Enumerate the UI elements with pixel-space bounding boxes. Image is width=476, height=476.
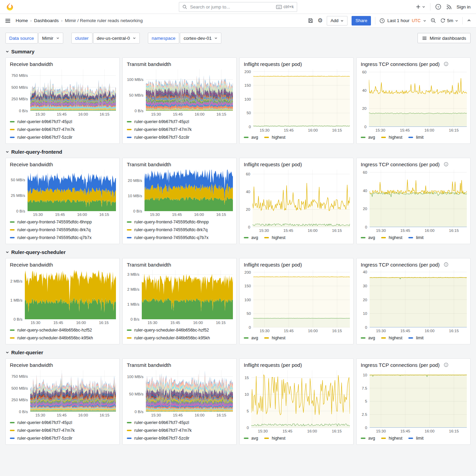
legend-item[interactable]: ruler-querier-b9b67fcf7-45pzl — [10, 118, 115, 125]
legend-item[interactable]: avg — [244, 235, 258, 240]
chart-canvas[interactable] — [370, 170, 467, 227]
legend-item[interactable]: avg — [361, 135, 375, 140]
legend-item[interactable]: limit — [408, 336, 423, 340]
legend-item[interactable]: avg — [361, 235, 375, 240]
legend-item[interactable]: highest — [381, 235, 402, 240]
legend-item[interactable]: highest — [381, 135, 402, 140]
panel-info-icon[interactable] — [444, 162, 448, 167]
panel-title[interactable]: Transmit bandwidth — [127, 262, 171, 268]
panel-title[interactable]: Inflight requests (per pod) — [244, 61, 302, 67]
legend-item[interactable]: avg — [244, 336, 258, 340]
legend-item[interactable]: ruler-query-frontend-745595dfdc-q7b7x — [10, 234, 115, 241]
chart-canvas[interactable] — [253, 69, 350, 127]
chart-canvas[interactable] — [369, 69, 467, 127]
legend-item[interactable]: highest — [264, 135, 285, 140]
legend-item[interactable]: ruler-querier-b9b67fcf7-5zc8r — [127, 133, 232, 141]
legend-item[interactable]: limit — [408, 235, 423, 240]
legend-item[interactable]: ruler-query-scheduler-846b656bc-hzf52 — [127, 326, 232, 334]
legend-item[interactable]: ruler-query-frontend-745595dfdc-6hnpp — [10, 218, 115, 226]
menu-hamburger-icon[interactable] — [5, 18, 11, 24]
zoom-out-icon[interactable] — [430, 18, 436, 23]
legend-item[interactable]: highest — [264, 235, 285, 240]
legend-item[interactable]: highest — [264, 436, 285, 441]
legend-item[interactable]: highest — [381, 336, 402, 340]
settings-gear-icon[interactable]: ⚙ — [318, 18, 323, 23]
chart-canvas[interactable] — [142, 270, 233, 319]
panel-title[interactable]: Transmit bandwidth — [127, 61, 171, 67]
legend-item[interactable]: ruler-querier-b9b67fcf7-47m7k — [127, 125, 232, 133]
legend-item[interactable]: ruler-query-scheduler-846b656bc-k95kh — [10, 334, 115, 342]
breadcrumb-item[interactable]: Home — [16, 18, 28, 23]
chart-canvas[interactable] — [251, 370, 350, 428]
chart-canvas[interactable] — [146, 370, 233, 412]
variable-label[interactable]: Data source — [5, 33, 38, 44]
legend-item[interactable]: avg — [361, 436, 375, 441]
share-button[interactable]: Share — [352, 16, 371, 26]
legend-item[interactable]: ruler-querier-b9b67fcf7-45pzl — [127, 419, 232, 426]
chart-canvas[interactable] — [370, 370, 467, 428]
legend-item[interactable]: ruler-querier-b9b67fcf7-5zc8r — [10, 133, 115, 141]
mimir-dashboards-button[interactable]: Mimir dashboards — [418, 33, 471, 43]
chart-canvas[interactable] — [253, 270, 350, 327]
variable-value-dropdown[interactable]: Mimir — [38, 33, 63, 44]
variable-value-dropdown[interactable]: cortex-dev-01 — [180, 33, 222, 44]
breadcrumb-item[interactable]: Dashboards — [34, 18, 59, 23]
variable-value-dropdown[interactable]: dev-us-central-0 — [93, 33, 140, 44]
legend-item[interactable]: limit — [408, 436, 423, 441]
panel-info-icon[interactable] — [444, 62, 448, 66]
chart-canvas[interactable] — [144, 170, 233, 211]
chart-canvas[interactable] — [370, 270, 467, 327]
legend-item[interactable]: ruler-query-scheduler-846b656bc-k95kh — [127, 334, 232, 342]
legend-item[interactable]: ruler-query-frontend-745595dfdc-8rk7q — [127, 226, 232, 234]
legend-item[interactable]: limit — [408, 135, 423, 140]
legend-item[interactable]: ruler-query-scheduler-846b656bc-hzf52 — [10, 326, 115, 334]
panel-title[interactable]: Receive bandwidth — [10, 162, 53, 167]
panel-title[interactable]: Inflight requests (per pod) — [244, 162, 302, 167]
legend-item[interactable]: avg — [244, 135, 258, 140]
legend-item[interactable]: ruler-querier-b9b67fcf7-5zc8r — [10, 434, 115, 442]
section-header-ruler-querier[interactable]: Ruler-querier — [5, 350, 471, 355]
legend-item[interactable]: ruler-querier-b9b67fcf7-47m7k — [10, 426, 115, 434]
help-icon[interactable]: ? — [435, 4, 441, 10]
legend-item[interactable]: ruler-querier-b9b67fcf7-45pzl — [127, 118, 232, 125]
legend-item[interactable]: avg — [244, 436, 258, 441]
panel-info-icon[interactable] — [444, 362, 448, 367]
news-rss-icon[interactable] — [446, 4, 452, 10]
panel-title[interactable]: Transmit bandwidth — [127, 162, 171, 167]
legend-item[interactable]: ruler-querier-b9b67fcf7-45pzl — [10, 419, 115, 426]
legend-item[interactable]: ruler-querier-b9b67fcf7-47m7k — [10, 125, 115, 133]
chart-canvas[interactable] — [146, 69, 233, 111]
panel-title[interactable]: Inflight requests (per pod) — [244, 262, 302, 268]
panel-title[interactable]: Ingress TCP connections (per pod) — [361, 262, 440, 268]
variable-label[interactable]: cluster — [71, 33, 92, 44]
chart-canvas[interactable] — [30, 370, 116, 412]
panel-title[interactable]: Ingress TCP connections (per pod) — [361, 162, 440, 167]
chart-canvas[interactable] — [253, 170, 350, 227]
collapse-chevron-up-icon[interactable] — [467, 18, 471, 23]
chart-canvas[interactable] — [25, 270, 116, 319]
sign-in-link[interactable]: Sign in — [457, 4, 471, 10]
save-dashboard-icon[interactable] — [308, 18, 313, 23]
panel-title[interactable]: Transmit bandwidth — [127, 362, 171, 368]
legend-item[interactable]: ruler-query-frontend-745595dfdc-8rk7q — [10, 226, 115, 234]
legend-item[interactable]: highest — [264, 336, 285, 340]
variable-label[interactable]: namespace — [148, 33, 179, 44]
add-menu-button[interactable] — [415, 4, 425, 10]
panel-title[interactable]: Receive bandwidth — [10, 362, 53, 368]
add-button[interactable]: Add — [327, 16, 347, 26]
panel-title[interactable]: Ingress TCP connections (per pod) — [361, 61, 440, 67]
panel-title[interactable]: Ingress TCP connections (per pod) — [361, 362, 440, 368]
section-header-summary[interactable]: Summary — [5, 49, 471, 54]
legend-item[interactable]: avg — [361, 336, 375, 340]
legend-item[interactable]: ruler-query-frontend-745595dfdc-6hnpp — [127, 218, 232, 226]
grafana-logo[interactable] — [5, 2, 14, 11]
time-range-picker[interactable]: Last 1 hour UTC — [379, 18, 426, 23]
chart-canvas[interactable] — [28, 170, 116, 211]
legend-item[interactable]: ruler-querier-b9b67fcf7-5zc8r — [127, 434, 232, 442]
legend-item[interactable]: highest — [381, 436, 402, 441]
legend-item[interactable]: ruler-querier-b9b67fcf7-47m7k — [127, 426, 232, 434]
chart-canvas[interactable] — [30, 69, 116, 111]
panel-title[interactable]: Inflight requests (per pod) — [244, 362, 302, 368]
section-header-ruler-query-scheduler[interactable]: Ruler-query-scheduler — [5, 249, 471, 255]
panel-title[interactable]: Receive bandwidth — [10, 262, 53, 268]
